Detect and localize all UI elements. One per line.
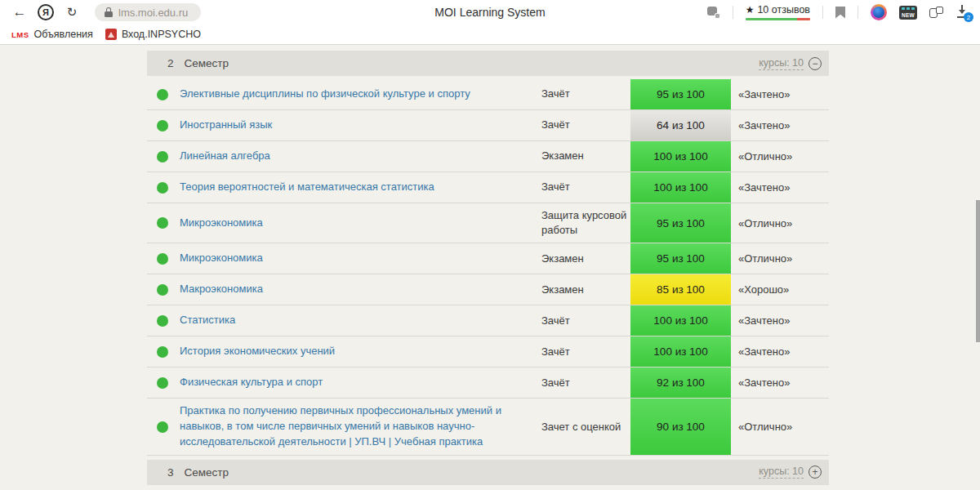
course-status-dot-icon: [157, 377, 168, 389]
bookmark-label: Вход.INPSYCHO: [122, 29, 201, 40]
course-name-cell: Физическая культура и спорт: [178, 368, 541, 398]
course-row: Статистика Зачёт 100 из 100 «Зачтено»: [147, 305, 829, 336]
status-cell: [147, 141, 178, 172]
course-link[interactable]: Статистика: [180, 313, 235, 328]
browser-toolbar: ← Я ↻ lms.moi.edu.ru MOI Learning System…: [0, 0, 980, 24]
downloads-button[interactable]: 2: [956, 5, 970, 20]
yandex-browser-icon[interactable]: Я: [38, 4, 54, 20]
course-name-cell: Элективные дисциплины по физической куль…: [178, 79, 541, 109]
grade-label: «Хорошо»: [731, 274, 829, 305]
course-status-dot-icon: [157, 284, 168, 296]
course-row: Практика по получению первичных професси…: [147, 399, 829, 456]
course-row: Микроэкономика Защита курсовой работы 95…: [147, 203, 829, 243]
extension-orb-icon[interactable]: [871, 4, 887, 20]
assessment-type: Зачёт: [541, 79, 630, 109]
course-status-dot-icon: [157, 120, 168, 131]
site-reviews-button[interactable]: ★ 10 отзывов: [746, 4, 810, 20]
back-button[interactable]: ←: [8, 4, 31, 20]
scrollbar-thumb[interactable]: [976, 200, 980, 342]
course-status-dot-icon: [157, 346, 168, 358]
score-badge: 92 из 100: [630, 368, 731, 398]
refresh-button[interactable]: ↻: [60, 5, 83, 20]
bookmark-label: Объявления: [34, 29, 93, 40]
grade-label: «Зачтено»: [731, 110, 829, 140]
course-table-body: Элективные дисциплины по физической куль…: [147, 79, 829, 456]
assessment-type: Зачёт: [541, 110, 630, 140]
course-link[interactable]: Элективные дисциплины по физической куль…: [180, 87, 470, 102]
bookmark-icon[interactable]: [835, 7, 845, 19]
collapse-icon[interactable]: −: [808, 57, 822, 70]
course-row: Макроэкономика Экзамен 85 из 100 «Хорошо…: [147, 274, 829, 305]
course-name-cell: История экономических учений: [178, 336, 541, 367]
score-cell: 100 из 100: [630, 336, 731, 367]
score-badge: 100 из 100: [630, 172, 731, 203]
rating-bar: [746, 18, 810, 20]
bookmark-item-inpsycho[interactable]: Вход.INPSYCHO: [102, 27, 204, 42]
expand-icon[interactable]: +: [808, 466, 822, 479]
assessment-type: Зачет с оценкой: [541, 399, 630, 455]
course-link[interactable]: Физическая культура и спорт: [180, 375, 323, 390]
video-new-icon[interactable]: NEW: [899, 6, 917, 20]
course-name-cell: Микроэкономика: [178, 203, 541, 243]
score-badge: 85 из 100: [630, 274, 731, 305]
course-status-dot-icon: [157, 315, 168, 327]
page-title: MOI Learning System: [434, 6, 545, 19]
protect-icon[interactable]: [707, 7, 720, 19]
course-name-cell: Линейная алгебра: [178, 141, 541, 172]
score-cell: 95 из 100: [630, 79, 731, 109]
status-cell: [147, 336, 178, 367]
star-icon: ★: [746, 4, 755, 16]
score-badge: 95 из 100: [630, 243, 731, 274]
assessment-type: Экзамен: [541, 243, 630, 274]
course-link[interactable]: Иностранный язык: [180, 118, 272, 133]
course-name-cell: Теория вероятностей и математическая ста…: [178, 172, 541, 203]
crest-favicon: [105, 29, 117, 40]
downloads-badge: 2: [964, 12, 973, 22]
collections-icon[interactable]: [929, 7, 943, 19]
course-row: Микроэкономика Экзамен 95 из 100 «Отличн…: [147, 243, 829, 274]
score-badge: 95 из 100: [630, 79, 731, 109]
bookmark-item-announcements[interactable]: LMS Объявления: [8, 27, 96, 42]
course-status-dot-icon: [157, 253, 168, 265]
course-name-cell: Практика по получению первичных професси…: [178, 399, 541, 455]
course-name-cell: Статистика: [178, 305, 541, 336]
assessment-type: Экзамен: [541, 274, 630, 305]
course-status-dot-icon: [157, 89, 168, 100]
address-bar[interactable]: lms.moi.edu.ru: [95, 3, 201, 21]
assessment-type: Зачёт: [541, 336, 630, 367]
score-badge: 100 из 100: [630, 336, 731, 367]
divider: [822, 6, 823, 19]
semester-title: Семестр: [185, 466, 229, 479]
lock-icon: [105, 7, 113, 17]
score-cell: 64 из 100: [630, 110, 731, 140]
course-row: Физическая культура и спорт Зачёт 92 из …: [147, 368, 829, 399]
course-status-dot-icon: [157, 151, 168, 163]
course-link[interactable]: Теория вероятностей и математическая ста…: [180, 180, 434, 195]
course-link[interactable]: Микроэкономика: [180, 216, 263, 231]
score-cell: 95 из 100: [630, 243, 731, 274]
grade-label: «Зачтено»: [731, 336, 829, 367]
semester-2-header: 2 Семестр курсы: 10 −: [147, 51, 829, 76]
assessment-type: Зачёт: [541, 305, 630, 336]
course-link[interactable]: Линейная алгебра: [180, 149, 270, 164]
score-cell: 90 из 100: [630, 399, 731, 455]
semester-3-header: 3 Семестр курсы: 10 +: [147, 460, 829, 485]
score-cell: 100 из 100: [630, 305, 731, 336]
course-link[interactable]: Микроэкономика: [180, 251, 263, 266]
courses-count-link[interactable]: курсы: 10: [759, 57, 804, 70]
status-cell: [147, 274, 178, 305]
course-name-cell: Макроэкономика: [178, 274, 541, 305]
score-cell: 95 из 100: [630, 203, 731, 243]
course-row: Иностранный язык Зачёт 64 из 100 «Зачтен…: [147, 110, 829, 141]
course-link[interactable]: Макроэкономика: [180, 282, 263, 297]
score-badge: 64 из 100: [630, 110, 731, 140]
assessment-type: Экзамен: [541, 141, 630, 172]
score-cell: 92 из 100: [630, 368, 731, 398]
course-link[interactable]: История экономических учений: [180, 344, 335, 359]
course-link[interactable]: Практика по получению первичных професси…: [180, 403, 532, 450]
assessment-type: Зачёт: [541, 368, 630, 398]
bookmarks-bar: LMS Объявления Вход.INPSYCHO: [0, 24, 980, 45]
grade-label: «Зачтено»: [731, 79, 829, 109]
courses-count-link[interactable]: курсы: 10: [759, 466, 804, 479]
new-badge-label: NEW: [902, 12, 915, 18]
